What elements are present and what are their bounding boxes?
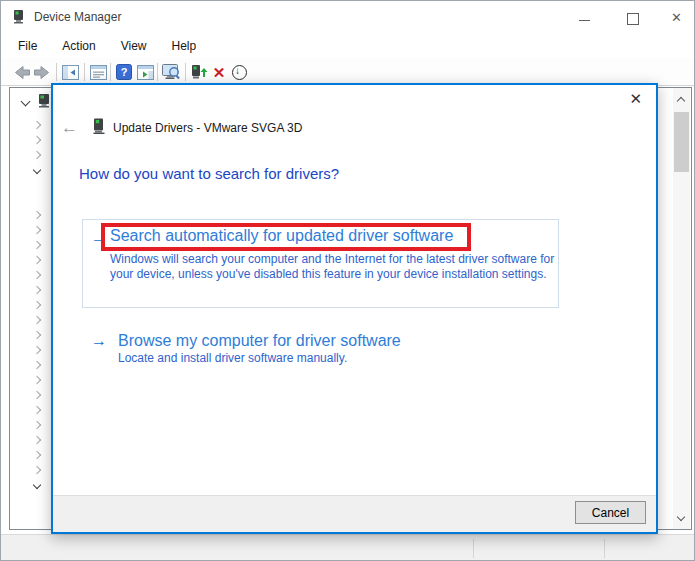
tree-scrollbar[interactable] (673, 88, 690, 529)
toolbar-separator (56, 63, 57, 81)
maximize-button[interactable] (618, 1, 648, 33)
window-title: Device Manager (34, 10, 121, 24)
dialog-title: Update Drivers - VMware SVGA 3D (113, 121, 302, 135)
disable-device-icon[interactable] (229, 63, 249, 81)
device-manager-icon (12, 9, 27, 28)
option-search-automatically[interactable]: → Search automatically for updated drive… (82, 219, 559, 308)
menu-view[interactable]: View (112, 36, 156, 56)
show-action-pane-icon[interactable] (135, 63, 155, 81)
menu-bar: File Action View Help (1, 33, 694, 58)
scan-hardware-icon[interactable] (161, 63, 181, 81)
command-link-arrow-icon: → (91, 332, 107, 366)
status-bar (1, 534, 694, 561)
dialog-heading: How do you want to search for drivers? (79, 165, 339, 182)
cancel-button[interactable]: Cancel (575, 501, 646, 524)
option-description: Locate and install driver software manua… (118, 351, 401, 366)
svg-text:?: ? (121, 66, 128, 78)
statusbar-divider (604, 539, 605, 558)
annotation-highlight-box: Search automatically for updated driver … (101, 223, 471, 251)
option-description: Windows will search your computer and th… (110, 252, 557, 282)
update-drivers-dialog: ✕ ← Update Drivers - VMware SVGA 3D How … (51, 83, 658, 534)
scroll-up-icon[interactable] (673, 90, 690, 107)
toolbar-separator (185, 63, 186, 81)
toolbar: ? ✕ (1, 58, 694, 86)
uninstall-device-icon[interactable]: ✕ (209, 63, 229, 81)
help-icon[interactable]: ? (114, 63, 134, 81)
show-console-tree-icon[interactable] (60, 63, 80, 81)
option-browse-computer[interactable]: → Browse my computer for driver software… (91, 332, 401, 366)
back-icon[interactable] (11, 63, 31, 81)
toolbar-separator (110, 63, 111, 81)
update-driver-icon[interactable] (189, 63, 209, 81)
device-manager-window: Device Manager File Action View Help ? (0, 0, 695, 561)
minimize-button[interactable] (570, 1, 600, 33)
scroll-down-icon[interactable] (673, 510, 690, 527)
close-button[interactable] (663, 1, 693, 33)
dialog-close-icon[interactable]: ✕ (629, 90, 642, 108)
toolbar-separator (84, 63, 85, 81)
display-adapter-icon (93, 118, 105, 138)
scrollbar-thumb[interactable] (674, 112, 689, 172)
title-bar: Device Manager (1, 1, 694, 33)
statusbar-divider (473, 539, 474, 558)
dialog-footer (53, 495, 656, 532)
menu-action[interactable]: Action (53, 36, 104, 56)
menu-help[interactable]: Help (163, 36, 206, 56)
menu-file[interactable]: File (9, 36, 46, 56)
option-title: Search automatically for updated driver … (110, 227, 453, 244)
forward-icon[interactable] (32, 63, 52, 81)
dialog-back-icon[interactable]: ← (61, 118, 85, 138)
properties-icon[interactable] (88, 63, 108, 81)
toolbar-separator (157, 63, 158, 81)
option-title: Browse my computer for driver software (118, 332, 401, 350)
